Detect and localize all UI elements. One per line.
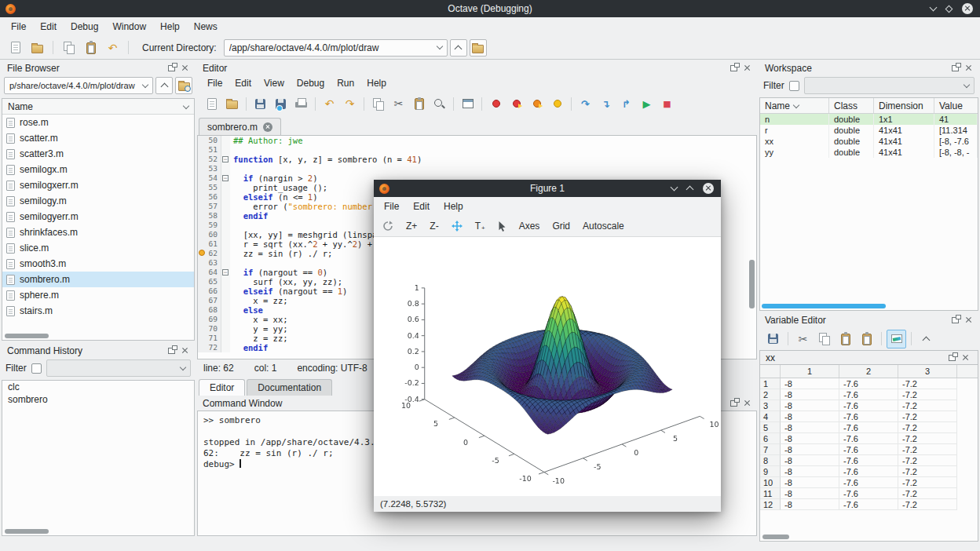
- one-directory-up-button[interactable]: [155, 77, 173, 94]
- close-icon[interactable]: [962, 3, 973, 14]
- variable-row[interactable]: 1-8-7.6-7.2: [760, 378, 978, 389]
- cell[interactable]: -8: [781, 411, 839, 422]
- quit-debug-button[interactable]: ■: [657, 94, 677, 113]
- filter-checkbox[interactable]: [789, 81, 799, 91]
- grid-button[interactable]: Grid: [547, 218, 576, 234]
- horizontal-scrollbar[interactable]: [5, 334, 49, 338]
- history-item[interactable]: clc: [2, 381, 194, 393]
- horizontal-scrollbar[interactable]: [762, 304, 886, 308]
- previous-breakpoint-button[interactable]: [527, 94, 547, 113]
- new-file-button[interactable]: [202, 94, 221, 113]
- code-line[interactable]: 51: [198, 145, 756, 155]
- save-as-button[interactable]: [271, 94, 291, 113]
- file-row[interactable]: smooth3.m: [2, 256, 194, 272]
- close-icon[interactable]: [703, 183, 714, 194]
- tab-close-icon[interactable]: [263, 122, 272, 132]
- undock-button[interactable]: [949, 62, 962, 75]
- menu-edit[interactable]: Edit: [33, 18, 64, 35]
- tab-documentation[interactable]: Documentation: [247, 379, 332, 396]
- editor-menu-debug[interactable]: Debug: [291, 76, 331, 90]
- cell[interactable]: -7.2: [898, 389, 957, 400]
- next-breakpoint-button[interactable]: [506, 94, 526, 113]
- figure-menu-edit[interactable]: Edit: [406, 198, 437, 215]
- editor-menu-view[interactable]: View: [258, 76, 291, 90]
- cell[interactable]: -8: [781, 488, 839, 499]
- file-row[interactable]: scatter.m: [2, 130, 194, 146]
- undock-button[interactable]: [165, 345, 178, 357]
- file-browser-header[interactable]: File Browser: [2, 60, 195, 75]
- code-line[interactable]: 50## Author: jwe: [198, 136, 756, 145]
- close-panel-button[interactable]: [178, 345, 192, 357]
- column-1[interactable]: 1: [781, 365, 839, 378]
- find-button[interactable]: [430, 94, 449, 113]
- zoom-out-button[interactable]: Z-: [424, 218, 444, 234]
- figure-menu-file[interactable]: File: [377, 198, 406, 215]
- editor-menu-edit[interactable]: Edit: [229, 76, 258, 90]
- cell[interactable]: -8: [781, 499, 839, 510]
- variable-grid-header[interactable]: 1 2 3: [760, 365, 978, 378]
- open-file-button[interactable]: [222, 94, 242, 113]
- cut-button[interactable]: ✂: [389, 94, 408, 113]
- cell[interactable]: -7.6: [839, 466, 898, 477]
- close-panel-button[interactable]: [962, 62, 975, 75]
- save-variable-button[interactable]: [763, 330, 783, 348]
- filter-combo[interactable]: [46, 359, 191, 377]
- workspace-row[interactable]: xxdouble41x41[-8, -7.6: [760, 136, 978, 147]
- axes-button[interactable]: Axes: [514, 218, 546, 234]
- horizontal-scrollbar[interactable]: [5, 529, 49, 534]
- file-row[interactable]: semilogy.m: [2, 193, 194, 209]
- variable-row[interactable]: 8-8-7.6-7.2: [760, 455, 978, 466]
- plot-variable-button[interactable]: [887, 330, 906, 348]
- figure-menu-help[interactable]: Help: [437, 198, 470, 215]
- path-combo[interactable]: p/share/octave/4.4.0/m/plot/draw: [4, 77, 153, 94]
- menu-debug[interactable]: Debug: [64, 18, 105, 35]
- toggle-breakpoint-button[interactable]: [486, 94, 506, 113]
- cell[interactable]: -7.2: [898, 499, 957, 510]
- continue-button[interactable]: ▶: [637, 94, 656, 113]
- cell[interactable]: -8: [781, 466, 839, 477]
- undock-button[interactable]: [949, 314, 962, 327]
- cell[interactable]: -7.6: [839, 499, 898, 510]
- redo-button[interactable]: ↷: [340, 94, 360, 113]
- cell[interactable]: -8: [781, 455, 839, 466]
- cell[interactable]: -7.6: [839, 488, 898, 499]
- file-row[interactable]: rose.m: [2, 115, 194, 130]
- figure-plot-area[interactable]: [374, 237, 721, 496]
- tab-editor[interactable]: Editor: [199, 379, 245, 396]
- open-file-button[interactable]: [27, 38, 47, 57]
- cell[interactable]: -7.6: [839, 378, 898, 389]
- cell[interactable]: -7.6: [839, 389, 898, 400]
- workspace-row[interactable]: ndouble1x141: [760, 114, 978, 125]
- paste-button[interactable]: [409, 94, 429, 113]
- close-panel-button[interactable]: [740, 397, 754, 410]
- copy-button[interactable]: [814, 330, 834, 348]
- copy-button[interactable]: [59, 38, 79, 57]
- editor-menu-help[interactable]: Help: [360, 76, 393, 90]
- minimize-icon[interactable]: [930, 4, 938, 12]
- autoscale-button[interactable]: Autoscale: [577, 218, 630, 234]
- cell[interactable]: -7.2: [898, 433, 957, 444]
- variable-row[interactable]: 12-8-7.6-7.2: [760, 499, 978, 510]
- cell[interactable]: -7.6: [839, 411, 898, 422]
- variable-row[interactable]: 11-8-7.6-7.2: [760, 488, 978, 499]
- column-dimension[interactable]: Dimension: [874, 98, 934, 113]
- cell[interactable]: -8: [781, 444, 839, 455]
- menu-help[interactable]: Help: [153, 18, 187, 35]
- file-row[interactable]: sombrero.m: [2, 272, 194, 287]
- variable-row[interactable]: 9-8-7.6-7.2: [760, 466, 978, 477]
- variable-row[interactable]: 7-8-7.6-7.2: [760, 444, 978, 455]
- menu-window[interactable]: Window: [105, 18, 153, 35]
- undock-button[interactable]: [165, 62, 178, 75]
- menu-file[interactable]: File: [4, 18, 33, 35]
- paste-table-button[interactable]: [857, 330, 876, 348]
- horizontal-scrollbar[interactable]: [762, 535, 789, 539]
- fold-marker[interactable]: –: [222, 269, 229, 276]
- cell[interactable]: -8: [781, 477, 839, 488]
- file-row[interactable]: stairs.m: [2, 303, 194, 319]
- paste-button[interactable]: [81, 38, 101, 57]
- code-line[interactable]: 53: [198, 164, 756, 173]
- figure-window[interactable]: Figure 1 FileEditHelp Z+ Z- T+ Axes: [374, 180, 721, 512]
- column-value[interactable]: Value: [934, 98, 978, 113]
- cell[interactable]: -7.2: [898, 422, 957, 433]
- variable-row[interactable]: 3-8-7.6-7.2: [760, 400, 978, 411]
